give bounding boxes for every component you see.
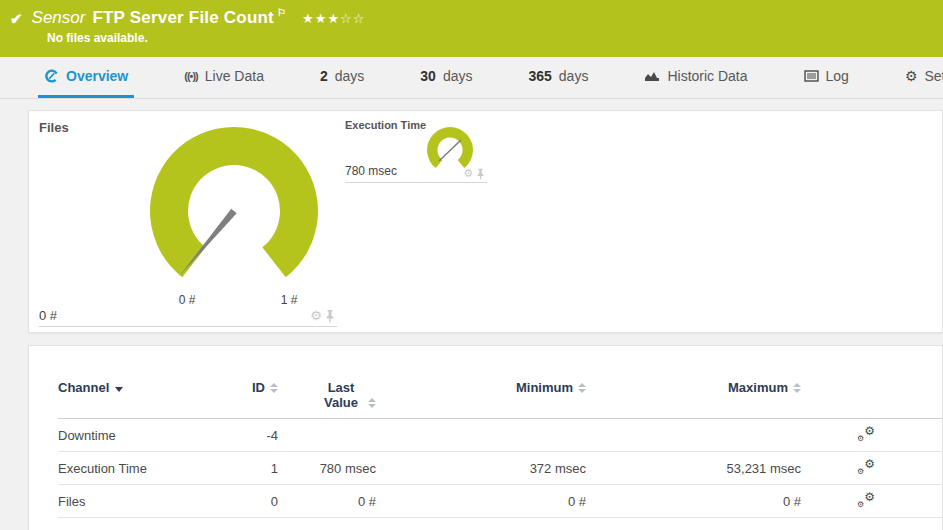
gauge-current-value: 0 # bbox=[39, 308, 57, 323]
tab-historic-data[interactable]: Historic Data bbox=[638, 57, 753, 98]
execution-time-gauge-widget: Execution Time 780 msec ⚙ bbox=[345, 119, 487, 183]
tab-label: days bbox=[443, 68, 473, 84]
table-row: Execution Time 1 780 msec 372 msec 53,23… bbox=[58, 452, 942, 485]
channel-name: Downtime bbox=[58, 428, 233, 443]
channel-last-value: 0 # bbox=[278, 494, 376, 509]
channel-name: Files bbox=[58, 494, 233, 509]
tab-label: Historic Data bbox=[667, 68, 747, 84]
tab-number: 30 bbox=[420, 68, 436, 84]
channel-id: 0 bbox=[233, 494, 278, 509]
tab-live-data[interactable]: ((•)) Live Data bbox=[178, 57, 270, 98]
channel-last-value: 780 msec bbox=[278, 461, 376, 476]
page-title: FTP Server File Count⚐ bbox=[92, 7, 286, 28]
tab-30-days[interactable]: 30 days bbox=[414, 57, 478, 98]
tab-number: 2 bbox=[320, 68, 328, 84]
tab-label: Settings bbox=[924, 68, 943, 84]
sort-icon bbox=[270, 383, 278, 393]
gauge-title: Execution Time bbox=[345, 119, 426, 131]
channel-name: Execution Time bbox=[58, 461, 233, 476]
channel-settings-icon[interactable]: ⚙⚙ bbox=[857, 426, 875, 442]
tab-label: days bbox=[559, 68, 589, 84]
files-gauge-widget: Files 0 # 1 # 0 # ⚙ bbox=[39, 117, 337, 327]
column-header-minimum[interactable]: Minimum bbox=[376, 380, 586, 395]
gauge-scale-min: 0 # bbox=[167, 293, 207, 307]
table-header-row: Channel ID Last Value Minimum Maximum bbox=[58, 380, 942, 419]
tab-bar: Overview ((•)) Live Data 2 days 30 days … bbox=[0, 57, 943, 99]
tab-overview[interactable]: Overview bbox=[38, 57, 134, 98]
sort-icon bbox=[793, 383, 801, 393]
channel-minimum: 0 # bbox=[376, 494, 586, 509]
channel-settings-icon[interactable]: ⚙⚙ bbox=[857, 492, 875, 508]
channel-id: 1 bbox=[233, 461, 278, 476]
tab-2-days[interactable]: 2 days bbox=[314, 57, 370, 98]
tab-log[interactable]: Log bbox=[798, 57, 855, 98]
channel-minimum: 372 msec bbox=[376, 461, 586, 476]
tab-settings[interactable]: ⚙ Settings bbox=[899, 57, 943, 98]
gauge-title: Files bbox=[39, 120, 69, 135]
tab-label: Log bbox=[826, 68, 849, 84]
tab-365-days[interactable]: 365 days bbox=[522, 57, 594, 98]
table-row: Files 0 0 # 0 # 0 # ⚙⚙ bbox=[58, 485, 942, 518]
channel-settings-icon[interactable]: ⚙⚙ bbox=[857, 459, 875, 475]
flag-icon[interactable]: ⚐ bbox=[277, 7, 286, 18]
column-header-channel[interactable]: Channel bbox=[58, 380, 233, 395]
channel-maximum: 53,231 msec bbox=[586, 461, 801, 476]
object-kind-label: Sensor bbox=[32, 8, 86, 28]
sensor-message: No files available. bbox=[47, 31, 933, 45]
gauge-scale-max: 1 # bbox=[269, 293, 309, 307]
files-gauge bbox=[139, 123, 329, 305]
star-filled: ★★★ bbox=[302, 11, 340, 26]
column-header-maximum[interactable]: Maximum bbox=[586, 380, 801, 395]
gauge-current-value: 780 msec bbox=[345, 164, 397, 178]
chart-icon bbox=[644, 70, 660, 83]
tab-label: days bbox=[335, 68, 365, 84]
status-ok-icon: ✔ bbox=[10, 10, 23, 28]
tab-number: 365 bbox=[528, 68, 551, 84]
channel-id: -4 bbox=[233, 428, 278, 443]
live-signal-icon: ((•)) bbox=[184, 70, 198, 82]
widget-gear-icon[interactable]: ⚙ bbox=[463, 167, 473, 180]
sensor-header: ✔ Sensor FTP Server File Count⚐ ★★★☆☆ No… bbox=[0, 0, 943, 57]
column-header-last-value[interactable]: Last Value bbox=[278, 380, 376, 410]
tab-label: Overview bbox=[66, 68, 128, 84]
gauges-panel: Files 0 # 1 # 0 # ⚙ Execution Time 780 m… bbox=[28, 110, 943, 333]
column-header-id[interactable]: ID bbox=[233, 380, 278, 395]
gauge-icon bbox=[44, 69, 59, 83]
gauge-needle bbox=[439, 140, 461, 161]
priority-stars[interactable]: ★★★☆☆ bbox=[302, 11, 365, 26]
pin-icon[interactable] bbox=[325, 309, 335, 323]
pin-icon[interactable] bbox=[476, 168, 485, 180]
sort-desc-icon bbox=[115, 387, 123, 392]
channel-maximum: 0 # bbox=[586, 494, 801, 509]
widget-gear-icon[interactable]: ⚙ bbox=[310, 308, 322, 323]
sort-icon bbox=[578, 383, 586, 393]
gear-icon: ⚙ bbox=[905, 68, 918, 84]
sort-icon bbox=[368, 398, 376, 408]
table-row: Downtime -4 ⚙⚙ bbox=[58, 419, 942, 452]
star-empty: ☆☆ bbox=[340, 11, 365, 26]
channels-table-panel: Channel ID Last Value Minimum Maximum Do… bbox=[28, 345, 943, 530]
log-icon bbox=[804, 70, 819, 82]
tab-label: Live Data bbox=[205, 68, 264, 84]
